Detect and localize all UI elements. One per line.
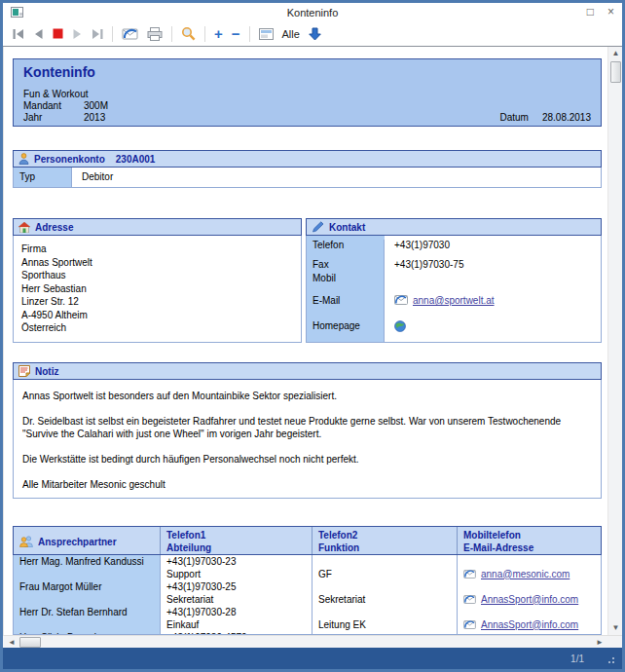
fax-value: +43(1)97030-75 [385,259,463,273]
mobil-value [385,273,394,295]
adresse-kontakt-row: Adresse Firma Annas Sportwelt Sporthaus … [13,218,602,343]
typ-row: Typ Debitor [13,168,602,188]
export-button[interactable] [259,25,274,43]
horizontal-scroll-thumb[interactable] [19,637,41,648]
email-report-button[interactable] [122,25,138,43]
contact-funktion-cell: Leitung EK [312,606,458,631]
envelope-icon [463,595,476,604]
contact-phone-cell: +43(1)97030-28 Einkauf [161,606,312,631]
horizontal-scrollbar[interactable]: ◄ ► [3,635,622,648]
konteninfo-window: Konteninfo □ × [0,0,625,672]
ansprechpartner-header-cell: Ansprechpartner [14,527,161,554]
email-link[interactable]: anna@sportwelt.at [413,295,495,306]
phone-pen-icon [312,221,324,233]
personenkonto-section: Personenkonto 230A001 Typ Debitor [13,150,602,188]
fax-label: Fax [307,259,385,273]
datum-value: 28.08.2013 [542,112,591,123]
adresse-line: Annas Sportwelt [21,256,293,270]
telefon-label: Telefon [307,240,385,259]
table-row: Frau Margot Müller +43(1)97030-25 Sekret… [14,580,601,606]
people-icon [19,536,33,547]
print-button[interactable] [147,25,163,43]
envelope-icon [394,295,408,305]
first-page-button[interactable] [13,25,24,43]
company-name: Fun & Workout [23,89,591,100]
zoom-out-button[interactable]: − [232,25,240,43]
note-icon [18,365,30,377]
homepage-label: Homepage [307,320,385,342]
adresse-body: Firma Annas Sportwelt Sporthaus Herr Seb… [13,236,302,343]
mandant-line: Mandant300M [23,100,591,112]
alle-label: Alle [282,28,300,40]
typ-label: Typ [14,168,72,187]
table-row: Herr Dr. Stefan Bernhard +43(1)97030-28 … [14,606,601,631]
close-button[interactable]: × [607,7,614,18]
report-title: Konteninfo [23,64,591,80]
download-all-button[interactable] [309,25,321,43]
contact-email-cell: anna@mesonic.com [458,555,601,580]
envelope-icon [463,570,476,579]
contact-email-link[interactable]: anna@mesonic.com [481,569,570,581]
jahr-value: 2013 [84,112,105,123]
personenkonto-title: Personenkonto [34,154,105,165]
stop-button[interactable] [53,25,63,43]
mobil-label: Mobil [307,273,385,295]
telefon-value: +43(1)97030 [385,240,450,259]
contact-email-cell: AnnasSport@info.com [458,606,601,631]
report-page: Konteninfo Fun & Workout Mandant300M Jah… [13,58,602,635]
next-page-button[interactable] [72,25,83,43]
notiz-paragraph: Dr. Seidelbast ist selbst ein begeistete… [22,415,592,440]
maximize-button[interactable]: □ [587,7,594,18]
adresse-line: Herr Sebastian [21,282,293,296]
adresse-section: Adresse Firma Annas Sportwelt Sporthaus … [13,218,302,343]
zoom-in-button[interactable]: + [214,25,223,43]
home-icon [18,222,30,233]
titlebar: Konteninfo □ × [3,3,622,21]
notiz-paragraph: Alle Mitarbeiter Mesonic geschult [22,478,592,491]
contact-email-link[interactable]: AnnasSport@info.com [481,594,578,607]
notiz-body: Annas Sportwelt ist besonders auf den Mo… [13,380,602,499]
notiz-header: Notiz [13,362,602,380]
typ-value: Debitor [72,168,113,187]
kontakt-title: Kontakt [329,222,365,233]
adresse-line: A-4950 Altheim [21,309,293,322]
ansprechpartner-section: Ansprechpartner Telefon1 Abteilung Telef… [13,526,602,635]
globe-icon[interactable] [394,320,406,332]
mandant-value: 300M [84,100,108,111]
jahr-datum-line: Jahr2013 Datum28.08.2013 [23,112,591,124]
resize-grip-icon[interactable] [606,654,614,663]
notiz-paragraph: Die Werkstätte ist bedingt durch häufige… [22,453,592,466]
notiz-title: Notiz [35,366,58,377]
ansprechpartner-title: Ansprechpartner [38,536,117,548]
last-page-button[interactable] [92,25,103,43]
envelope-icon [463,620,476,629]
ansprechpartner-header-row: Ansprechpartner Telefon1 Abteilung Telef… [13,526,602,555]
scroll-up-arrow[interactable]: ▲ [608,47,622,60]
kontakt-section: Kontakt Telefon +43(1)97030 Fax +43(1)97… [306,218,602,343]
adresse-line: Österreich [21,321,293,335]
contact-phone-cell: +43(1)97030-25 Sekretariat [161,580,312,606]
statusbar: 1/1 [3,648,622,669]
notiz-section: Notiz Annas Sportwelt ist besonders auf … [13,362,602,499]
ansprechpartner-table-body: Herr Mag. Manfred Kandussi +43(1)97030-2… [13,555,602,635]
toolbar-separator [112,26,113,42]
contact-name-cell: Frau Margot Müller [14,580,161,606]
contact-funktion-cell: Sekretariat [312,580,458,606]
vertical-scroll-thumb[interactable] [610,61,621,83]
scroll-down-arrow[interactable]: ▼ [608,621,622,635]
page-indicator: 1/1 [570,653,584,664]
toolbar-separator [171,26,172,42]
search-button[interactable] [181,25,196,43]
vertical-scrollbar[interactable]: ▲ ▼ [607,47,622,635]
kontakt-header: Kontakt [306,218,602,236]
telefon1-abteilung-header-cell: Telefon1 Abteilung [161,527,312,554]
previous-page-button[interactable] [33,25,44,43]
contact-phone-cell: +43(1)97030-23 Support [161,555,312,580]
contact-email-link[interactable]: AnnasSport@info.com [481,619,578,632]
kontakt-body: Telefon +43(1)97030 Fax +43(1)97030-75 M… [306,236,602,343]
window-title: Konteninfo [3,7,622,19]
contact-name-cell: Herr Dr. Stefan Bernhard [14,606,161,631]
toolbar-separator [204,26,205,42]
adresse-line: Sporthaus [21,269,293,282]
email-label: E-Mail [307,295,385,320]
